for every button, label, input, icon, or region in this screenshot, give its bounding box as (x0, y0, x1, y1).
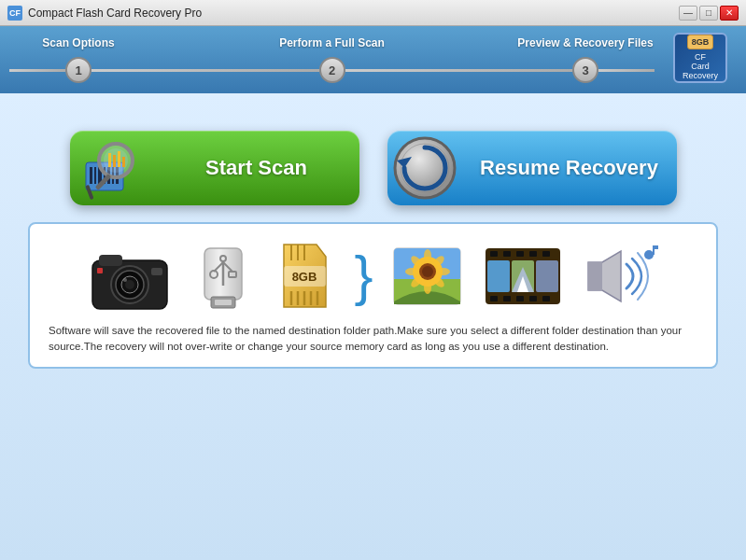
resume-recovery-label: Resume Recovery (462, 156, 677, 180)
title-bar-left: CF Compact Flash Card Recovery Pro (7, 6, 202, 21)
step-line-start (9, 69, 65, 72)
close-button[interactable]: ✕ (720, 6, 739, 21)
step-2: Perform a Full Scan 2 (319, 57, 345, 83)
svg-rect-1 (90, 167, 92, 184)
svg-rect-68 (503, 296, 511, 301)
camera-icon (88, 242, 172, 312)
step-1-label: Scan Options (42, 36, 114, 49)
start-scan-label: Start Scan (154, 156, 359, 180)
start-scan-icon-area (70, 131, 154, 205)
svg-point-55 (405, 268, 418, 275)
step-3-label: Preview & Recovery Files (517, 36, 653, 49)
step-line-1-2 (91, 69, 319, 72)
svg-rect-27 (97, 268, 103, 273)
svg-rect-72 (487, 260, 510, 292)
svg-point-54 (424, 281, 431, 294)
app-icon: CF (7, 6, 22, 21)
svg-rect-11 (113, 155, 116, 167)
svg-rect-13 (122, 157, 125, 167)
svg-rect-20 (99, 255, 122, 266)
audio-icon (584, 244, 658, 309)
svg-point-56 (437, 268, 450, 275)
svg-rect-62 (490, 251, 498, 257)
buttons-row: Start Scan (28, 131, 718, 205)
description-text: Software will save the recovered file to… (49, 323, 697, 356)
resume-recovery-button[interactable]: Resume Recovery (387, 131, 677, 205)
photo-icon (392, 244, 462, 309)
minimize-button[interactable]: — (679, 6, 697, 21)
svg-point-25 (123, 278, 127, 282)
step-3: Preview & Recovery Files 3 (572, 57, 598, 83)
start-scan-button[interactable]: Start Scan (70, 131, 359, 205)
step-1-circle: 1 (65, 57, 91, 83)
svg-rect-36 (215, 300, 232, 305)
title-bar: CF Compact Flash Card Recovery Pro — □ ✕ (0, 0, 746, 26)
logo-sd-card: 8GB (687, 35, 713, 49)
step-line-end (598, 69, 655, 72)
logo-label: CFCard Recovery (675, 53, 725, 81)
icons-showcase: 8GB } (28, 222, 718, 369)
main-content: Start Scan (0, 93, 746, 560)
svg-rect-63 (503, 251, 511, 257)
maximize-button[interactable]: □ (699, 6, 718, 21)
svg-rect-71 (542, 296, 550, 301)
svg-rect-26 (151, 268, 162, 275)
svg-rect-70 (529, 296, 537, 301)
svg-rect-69 (516, 296, 524, 301)
logo-box: 8GB CFCard Recovery (673, 33, 727, 83)
step-2-circle: 2 (319, 57, 345, 83)
svg-rect-81 (654, 245, 658, 249)
logo-area: 8GB CFCard Recovery (673, 33, 727, 87)
steps-bar: Scan Options 1 Perform a Full Scan 2 Pre… (0, 26, 746, 93)
right-arrow-brace-icon: } (354, 248, 373, 304)
resume-icon-area (387, 131, 462, 205)
svg-rect-64 (516, 251, 524, 257)
svg-rect-67 (490, 296, 498, 301)
svg-point-53 (424, 249, 431, 262)
svg-rect-74 (536, 260, 558, 292)
svg-point-24 (125, 280, 134, 289)
window-controls: — □ ✕ (679, 6, 739, 21)
svg-rect-66 (542, 251, 550, 257)
icons-row: 8GB } (49, 239, 697, 314)
description-content: Software will save the recovered file to… (49, 325, 682, 352)
app-title: Compact Flash Card Recovery Pro (28, 7, 202, 20)
step-3-circle: 3 (572, 57, 598, 83)
svg-text:8GB: 8GB (292, 270, 317, 284)
svg-rect-2 (94, 167, 96, 184)
steps-container: Scan Options 1 Perform a Full Scan 2 Pre… (9, 36, 655, 83)
svg-rect-78 (588, 262, 602, 290)
sd-card-icon: 8GB (274, 240, 335, 313)
step-1: Scan Options 1 (65, 57, 91, 83)
svg-point-79 (644, 250, 654, 259)
step-2-label: Perform a Full Scan (279, 36, 385, 49)
svg-rect-65 (529, 251, 537, 257)
usb-drive-icon (190, 239, 256, 314)
svg-rect-10 (108, 153, 111, 167)
svg-rect-12 (118, 151, 120, 167)
scan-icon (78, 134, 146, 202)
svg-point-52 (422, 266, 433, 277)
step-line-2-3 (345, 69, 573, 72)
resume-icon (393, 136, 457, 200)
film-strip-icon (481, 244, 565, 309)
